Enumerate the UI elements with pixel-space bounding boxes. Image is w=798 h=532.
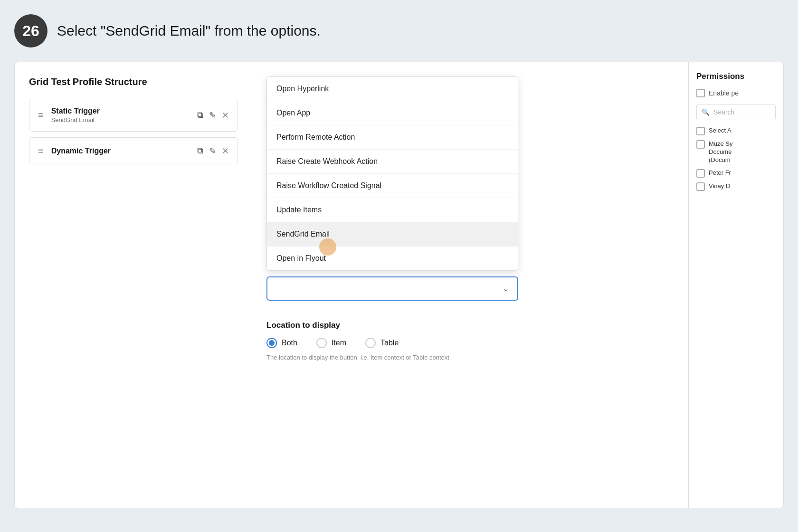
trigger-actions-2: ⧉ ✎ ✕ [197, 146, 229, 156]
dropdown-item-open-hyperlink[interactable]: Open Hyperlink [267, 77, 518, 101]
step-instruction: Select "SendGrid Email" from the options… [57, 23, 321, 39]
dropdown-item-raise-webhook[interactable]: Raise Create Webhook Action [267, 150, 518, 174]
dropdown-select[interactable]: ⌄ [266, 276, 518, 301]
enable-checkbox[interactable] [696, 89, 705, 97]
location-title: Location to display [266, 321, 674, 330]
permission-item-vinay: Vinay D [696, 182, 776, 191]
permission-item-peter: Peter Fr [696, 169, 776, 178]
edit-icon[interactable]: ✎ [209, 110, 216, 121]
radio-option-item[interactable]: Item [316, 338, 346, 348]
trigger-sub: SendGrid Email [51, 116, 190, 124]
main-content: Grid Test Profile Structure ≡ Static Tri… [14, 62, 784, 508]
drag-handle-icon-2[interactable]: ≡ [38, 145, 44, 156]
radio-both-label: Both [282, 339, 297, 347]
perm-checkbox-0[interactable] [696, 127, 705, 135]
trigger-name: Static Trigger [51, 107, 190, 115]
perm-label-0: Select A [709, 127, 732, 135]
radio-table-circle[interactable] [365, 338, 376, 348]
trigger-info-2: Dynamic Trigger [51, 147, 190, 155]
left-panel: Grid Test Profile Structure ≡ Static Tri… [15, 62, 252, 508]
radio-item-circle[interactable] [316, 338, 327, 348]
trigger-name-2: Dynamic Trigger [51, 147, 190, 155]
static-trigger-card: ≡ Static Trigger SendGrid Email ⧉ ✎ ✕ [29, 99, 238, 132]
permission-item-select-all: Select A [696, 127, 776, 135]
close-icon[interactable]: ✕ [222, 110, 229, 121]
outer-container: 26 Select "SendGrid Email" from the opti… [0, 0, 798, 532]
search-box[interactable]: 🔍 Search [696, 104, 776, 120]
perm-checkbox-3[interactable] [696, 182, 705, 191]
location-hint: The location to display the button. i.e.… [266, 354, 674, 361]
right-panel: Permissions Enable pe 🔍 Search Select A … [688, 62, 783, 508]
copy-icon[interactable]: ⧉ [197, 110, 203, 120]
copy-icon-2[interactable]: ⧉ [197, 146, 203, 156]
dropdown-item-raise-workflow[interactable]: Raise Workflow Created Signal [267, 174, 518, 198]
dropdown-item-open-flyout[interactable]: Open in Flyout [267, 247, 518, 270]
dynamic-trigger-card: ≡ Dynamic Trigger ⧉ ✎ ✕ [29, 137, 238, 164]
radio-both-circle[interactable] [266, 338, 277, 348]
perm-label-3: Vinay D [709, 182, 730, 190]
trigger-actions: ⧉ ✎ ✕ [197, 110, 229, 121]
step-number: 26 [14, 14, 48, 48]
middle-section: Open Hyperlink Open App Perform Remote A… [252, 62, 688, 508]
radio-table-label: Table [380, 339, 399, 347]
radio-option-table[interactable]: Table [365, 338, 399, 348]
perm-checkbox-1[interactable] [696, 140, 705, 149]
edit-icon-2[interactable]: ✎ [209, 146, 216, 156]
location-options: Both Item Table [266, 338, 674, 348]
dropdown-item-sendgrid-email[interactable]: SendGrid Email [267, 222, 518, 247]
radio-option-both[interactable]: Both [266, 338, 297, 348]
perm-label-2: Peter Fr [709, 169, 731, 177]
perm-checkbox-2[interactable] [696, 169, 705, 178]
dropdown-select-wrapper: ⌄ [252, 276, 688, 301]
dropdown-item-update-items[interactable]: Update Items [267, 198, 518, 222]
dropdown-menu[interactable]: Open Hyperlink Open App Perform Remote A… [266, 76, 518, 271]
drag-handle-icon[interactable]: ≡ [38, 110, 44, 121]
enable-checkbox-row: Enable pe [696, 89, 776, 97]
right-panel-title: Permissions [696, 72, 776, 81]
perm-label-1: Muze SyDocume(Docum [709, 140, 733, 164]
permission-list: Select A Muze SyDocume(Docum Peter Fr Vi… [696, 127, 776, 191]
search-placeholder-text: Search [713, 108, 734, 116]
chevron-down-icon: ⌄ [503, 284, 509, 293]
radio-item-label: Item [332, 339, 346, 347]
enable-label: Enable pe [709, 89, 739, 97]
left-panel-title: Grid Test Profile Structure [29, 76, 238, 87]
location-section: Location to display Both Item Table [252, 306, 688, 370]
permission-item-muze: Muze SyDocume(Docum [696, 140, 776, 164]
dropdown-item-perform-remote-action[interactable]: Perform Remote Action [267, 125, 518, 150]
close-icon-2[interactable]: ✕ [222, 146, 229, 156]
trigger-info: Static Trigger SendGrid Email [51, 107, 190, 124]
dropdown-item-open-app[interactable]: Open App [267, 101, 518, 125]
search-icon: 🔍 [702, 108, 710, 116]
step-header: 26 Select "SendGrid Email" from the opti… [14, 14, 784, 48]
